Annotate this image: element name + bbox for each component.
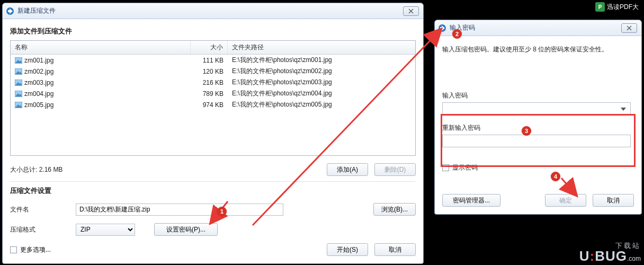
image-file-icon (15, 68, 22, 75)
app-icon (6, 7, 14, 15)
format-select[interactable]: ZIP (76, 224, 135, 236)
ok-button[interactable]: 确定 (545, 194, 586, 207)
col-path-header[interactable]: 文件夹路径 (228, 41, 415, 54)
step-marker-1: 1 (217, 207, 227, 216)
titlebar[interactable]: 输入密码 (435, 20, 641, 36)
close-icon (626, 25, 632, 31)
filename-label: 文件名 (10, 205, 68, 214)
more-options-checkbox[interactable]: 更多选项... (10, 245, 51, 254)
step-marker-2: 2 (452, 29, 462, 39)
checkbox-icon (10, 246, 17, 253)
total-size: 大小总计: 2.16 MB (10, 165, 327, 174)
add-files-heading: 添加文件到压缩文件 (10, 26, 416, 36)
close-button[interactable] (621, 23, 637, 33)
table-row[interactable]: zm001.jpg 111 KB E:\我的文件柜\photos\qz\zm00… (11, 55, 415, 66)
password-manager-button[interactable]: 密码管理器... (442, 194, 500, 207)
step-marker-3: 3 (522, 126, 531, 136)
close-icon (408, 8, 414, 14)
set-password-button[interactable]: 设置密码(P)... (154, 223, 218, 236)
app-icon (438, 24, 446, 32)
titlebar[interactable]: 新建压缩文件 (3, 3, 423, 19)
dialog-message: 输入压缩包密码。建议使用至少 8 位的密码来保证安全性。 (442, 45, 634, 54)
table-body[interactable]: zm001.jpg 111 KB E:\我的文件柜\photos\qz\zm00… (11, 55, 415, 110)
table-row[interactable]: zm002.jpg 120 KB E:\我的文件柜\photos\qz\zm00… (11, 66, 415, 77)
image-file-icon (15, 57, 22, 64)
taskbar-item[interactable]: P 迅读PDF大 (595, 2, 639, 12)
pdf-app-icon: P (595, 2, 605, 12)
dialog-title: 新建压缩文件 (17, 6, 56, 15)
taskbar-item-label: 迅读PDF大 (607, 3, 639, 12)
format-label: 压缩格式 (10, 225, 68, 234)
add-button[interactable]: 添加(A) (327, 163, 368, 176)
image-file-icon (15, 91, 22, 97)
table-row[interactable]: zm004.jpg 789 KB E:\我的文件柜\photos\qz\zm00… (11, 88, 415, 99)
password-combo[interactable] (442, 102, 631, 115)
divider (10, 181, 416, 182)
file-table: 名称 大小 文件夹路径 zm001.jpg 111 KB E:\我的文件柜\ph… (10, 40, 416, 156)
col-name-header[interactable]: 名称 (11, 41, 191, 54)
col-size-header[interactable]: 大小 (191, 41, 228, 54)
delete-button[interactable]: 删除(D) (374, 163, 416, 176)
start-button[interactable]: 开始(S) (327, 243, 368, 256)
table-header: 名称 大小 文件夹路径 (11, 41, 415, 55)
close-button[interactable] (403, 6, 419, 16)
image-file-icon (15, 102, 22, 108)
table-row[interactable]: zm005.jpg 974 KB E:\我的文件柜\photos\qz\zm00… (11, 99, 415, 110)
create-archive-dialog: 新建压缩文件 添加文件到压缩文件 名称 大小 文件夹路径 zm001.jpg 1… (2, 3, 424, 264)
image-file-icon (15, 80, 22, 86)
password-label: 输入密码 (442, 91, 634, 100)
step-marker-4: 4 (551, 172, 560, 181)
settings-heading: 压缩文件设置 (10, 186, 416, 196)
browse-button[interactable]: 浏览(B)... (373, 203, 416, 216)
cancel-button[interactable]: 取消 (593, 194, 634, 207)
filename-input[interactable] (76, 204, 283, 216)
cancel-button[interactable]: 取消 (374, 243, 416, 256)
highlight-box (441, 114, 636, 167)
table-row[interactable]: zm003.jpg 216 KB E:\我的文件柜\photos\qz\zm00… (11, 77, 415, 88)
watermark: 下载站 U:UBUGBUG.com (579, 242, 641, 263)
